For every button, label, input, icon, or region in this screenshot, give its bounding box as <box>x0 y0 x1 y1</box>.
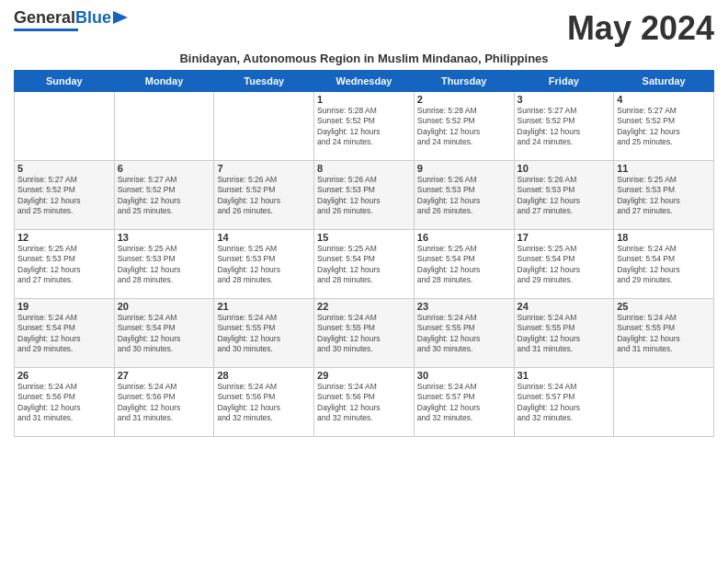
header: GeneralBlue May 2024 <box>14 9 714 48</box>
logo-general: General <box>14 8 75 27</box>
day-info: Sunrise: 5:25 AM Sunset: 5:53 PM Dayligh… <box>617 175 711 217</box>
day-info: Sunrise: 5:26 AM Sunset: 5:53 PM Dayligh… <box>317 175 411 217</box>
day-info: Sunrise: 5:28 AM Sunset: 5:52 PM Dayligh… <box>417 106 511 148</box>
weekday-header-row: Sunday Monday Tuesday Wednesday Thursday… <box>15 71 714 92</box>
table-row: 17Sunrise: 5:25 AM Sunset: 5:54 PM Dayli… <box>514 230 614 299</box>
table-row: 29Sunrise: 5:24 AM Sunset: 5:56 PM Dayli… <box>314 368 415 437</box>
day-number: 7 <box>217 163 311 174</box>
day-number: 23 <box>417 301 511 312</box>
day-number: 17 <box>518 232 611 243</box>
day-info: Sunrise: 5:25 AM Sunset: 5:54 PM Dayligh… <box>317 244 411 286</box>
calendar-week-row: 12Sunrise: 5:25 AM Sunset: 5:53 PM Dayli… <box>15 230 714 299</box>
day-number: 18 <box>617 232 711 243</box>
day-number: 14 <box>217 232 311 243</box>
header-monday: Monday <box>114 71 214 92</box>
day-info: Sunrise: 5:25 AM Sunset: 5:53 PM Dayligh… <box>118 244 211 286</box>
day-number: 21 <box>217 301 311 312</box>
day-info: Sunrise: 5:26 AM Sunset: 5:53 PM Dayligh… <box>518 175 611 217</box>
day-info: Sunrise: 5:27 AM Sunset: 5:52 PM Dayligh… <box>518 106 611 148</box>
day-info: Sunrise: 5:27 AM Sunset: 5:52 PM Dayligh… <box>17 175 111 217</box>
calendar-table: Sunday Monday Tuesday Wednesday Thursday… <box>14 70 714 437</box>
table-row <box>614 368 714 437</box>
day-info: Sunrise: 5:25 AM Sunset: 5:53 PM Dayligh… <box>217 244 311 286</box>
day-number: 9 <box>417 163 511 174</box>
header-saturday: Saturday <box>614 71 714 92</box>
day-info: Sunrise: 5:24 AM Sunset: 5:54 PM Dayligh… <box>118 313 211 355</box>
day-number: 6 <box>118 163 211 174</box>
table-row: 21Sunrise: 5:24 AM Sunset: 5:55 PM Dayli… <box>214 299 314 368</box>
logo-text: GeneralBlue <box>14 9 111 28</box>
table-row <box>15 92 115 161</box>
table-row: 5Sunrise: 5:27 AM Sunset: 5:52 PM Daylig… <box>15 161 115 230</box>
page: GeneralBlue May 2024 Binidayan, Autonomo… <box>0 0 728 563</box>
day-number: 25 <box>617 301 711 312</box>
table-row: 30Sunrise: 5:24 AM Sunset: 5:57 PM Dayli… <box>414 368 514 437</box>
day-number: 19 <box>17 301 111 312</box>
day-number: 2 <box>417 94 511 105</box>
day-info: Sunrise: 5:26 AM Sunset: 5:53 PM Dayligh… <box>417 175 511 217</box>
day-number: 16 <box>417 232 511 243</box>
day-number: 11 <box>617 163 711 174</box>
day-number: 12 <box>17 232 111 243</box>
header-sunday: Sunday <box>15 71 115 92</box>
day-number: 27 <box>118 370 211 381</box>
header-friday: Friday <box>514 71 614 92</box>
table-row: 3Sunrise: 5:27 AM Sunset: 5:52 PM Daylig… <box>514 92 614 161</box>
day-info: Sunrise: 5:24 AM Sunset: 5:56 PM Dayligh… <box>217 382 311 424</box>
day-number: 20 <box>118 301 211 312</box>
day-number: 31 <box>518 370 611 381</box>
table-row: 26Sunrise: 5:24 AM Sunset: 5:56 PM Dayli… <box>15 368 115 437</box>
table-row: 12Sunrise: 5:25 AM Sunset: 5:53 PM Dayli… <box>15 230 115 299</box>
day-info: Sunrise: 5:25 AM Sunset: 5:54 PM Dayligh… <box>417 244 511 286</box>
day-info: Sunrise: 5:25 AM Sunset: 5:54 PM Dayligh… <box>518 244 611 286</box>
table-row: 20Sunrise: 5:24 AM Sunset: 5:54 PM Dayli… <box>114 299 214 368</box>
table-row: 8Sunrise: 5:26 AM Sunset: 5:53 PM Daylig… <box>314 161 415 230</box>
day-info: Sunrise: 5:26 AM Sunset: 5:52 PM Dayligh… <box>217 175 311 217</box>
table-row: 7Sunrise: 5:26 AM Sunset: 5:52 PM Daylig… <box>214 161 314 230</box>
table-row <box>114 92 214 161</box>
table-row: 4Sunrise: 5:27 AM Sunset: 5:52 PM Daylig… <box>614 92 714 161</box>
day-number: 10 <box>518 163 611 174</box>
logo-underline <box>14 29 78 31</box>
day-number: 15 <box>317 232 411 243</box>
day-number: 4 <box>617 94 711 105</box>
day-info: Sunrise: 5:27 AM Sunset: 5:52 PM Dayligh… <box>617 106 711 148</box>
subtitle: Binidayan, Autonomous Region in Muslim M… <box>14 52 714 65</box>
day-number: 30 <box>417 370 511 381</box>
day-info: Sunrise: 5:24 AM Sunset: 5:55 PM Dayligh… <box>317 313 411 355</box>
logo-arrow-icon <box>113 9 130 26</box>
day-info: Sunrise: 5:24 AM Sunset: 5:54 PM Dayligh… <box>617 244 711 286</box>
table-row: 10Sunrise: 5:26 AM Sunset: 5:53 PM Dayli… <box>514 161 614 230</box>
header-thursday: Thursday <box>414 71 514 92</box>
table-row: 14Sunrise: 5:25 AM Sunset: 5:53 PM Dayli… <box>214 230 314 299</box>
table-row: 18Sunrise: 5:24 AM Sunset: 5:54 PM Dayli… <box>614 230 714 299</box>
table-row: 25Sunrise: 5:24 AM Sunset: 5:55 PM Dayli… <box>614 299 714 368</box>
day-number: 28 <box>217 370 311 381</box>
day-info: Sunrise: 5:24 AM Sunset: 5:55 PM Dayligh… <box>617 313 711 355</box>
calendar-week-row: 5Sunrise: 5:27 AM Sunset: 5:52 PM Daylig… <box>15 161 714 230</box>
day-info: Sunrise: 5:24 AM Sunset: 5:57 PM Dayligh… <box>518 382 611 424</box>
table-row: 11Sunrise: 5:25 AM Sunset: 5:53 PM Dayli… <box>614 161 714 230</box>
day-info: Sunrise: 5:24 AM Sunset: 5:56 PM Dayligh… <box>118 382 211 424</box>
day-number: 5 <box>17 163 111 174</box>
calendar-week-row: 26Sunrise: 5:24 AM Sunset: 5:56 PM Dayli… <box>15 368 714 437</box>
table-row: 19Sunrise: 5:24 AM Sunset: 5:54 PM Dayli… <box>15 299 115 368</box>
day-number: 26 <box>17 370 111 381</box>
day-number: 24 <box>518 301 611 312</box>
calendar-week-row: 19Sunrise: 5:24 AM Sunset: 5:54 PM Dayli… <box>15 299 714 368</box>
table-row: 31Sunrise: 5:24 AM Sunset: 5:57 PM Dayli… <box>514 368 614 437</box>
day-number: 3 <box>518 94 611 105</box>
day-info: Sunrise: 5:27 AM Sunset: 5:52 PM Dayligh… <box>118 175 211 217</box>
day-number: 29 <box>317 370 411 381</box>
day-info: Sunrise: 5:24 AM Sunset: 5:56 PM Dayligh… <box>317 382 411 424</box>
table-row: 27Sunrise: 5:24 AM Sunset: 5:56 PM Dayli… <box>114 368 214 437</box>
day-info: Sunrise: 5:24 AM Sunset: 5:55 PM Dayligh… <box>217 313 311 355</box>
table-row: 2Sunrise: 5:28 AM Sunset: 5:52 PM Daylig… <box>414 92 514 161</box>
calendar-week-row: 1Sunrise: 5:28 AM Sunset: 5:52 PM Daylig… <box>15 92 714 161</box>
day-info: Sunrise: 5:28 AM Sunset: 5:52 PM Dayligh… <box>317 106 411 148</box>
table-row: 6Sunrise: 5:27 AM Sunset: 5:52 PM Daylig… <box>114 161 214 230</box>
month-title: May 2024 <box>567 9 714 48</box>
day-info: Sunrise: 5:24 AM Sunset: 5:56 PM Dayligh… <box>17 382 111 424</box>
day-info: Sunrise: 5:24 AM Sunset: 5:57 PM Dayligh… <box>417 382 511 424</box>
table-row: 16Sunrise: 5:25 AM Sunset: 5:54 PM Dayli… <box>414 230 514 299</box>
